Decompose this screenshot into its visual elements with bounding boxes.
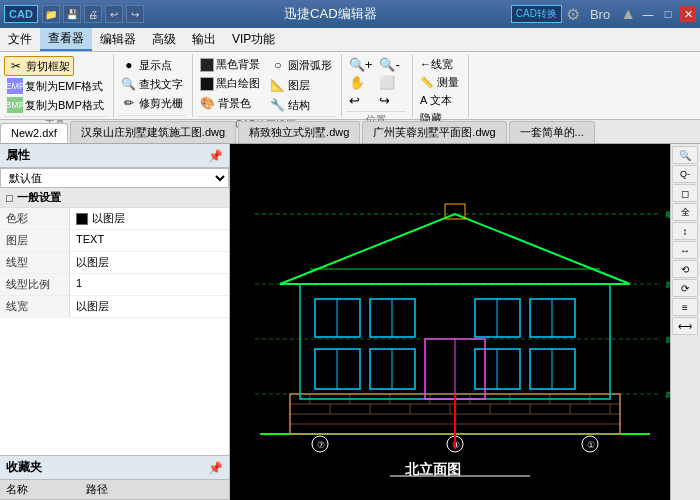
undo-icon[interactable]: ↩: [105, 5, 123, 23]
save-icon[interactable]: 💾: [63, 5, 81, 23]
smooth-arc-button[interactable]: ○ 圆滑弧形: [267, 56, 335, 74]
menu-advanced[interactable]: 高级: [144, 28, 184, 51]
copy-emf-button[interactable]: EMF 复制为EMF格式: [4, 77, 106, 95]
fav-table-header: 名称 路径: [0, 480, 229, 500]
vert-toolbar: 🔍 Q- ◻ 全 ↕ ↔ ⟲ ⟳ ≡ ⟷: [670, 144, 700, 500]
properties-title: 属性: [6, 147, 30, 164]
pan-h-button[interactable]: ↔: [672, 241, 698, 259]
bg-color-button[interactable]: 🎨 背景色: [197, 94, 263, 112]
drawing-area: 屋脊标高（相对） 参考线标高（相对） 参考线标高（相对） 参考线标高（相对） ⑦…: [230, 144, 700, 500]
property-dropdown[interactable]: 默认值: [0, 168, 229, 188]
zoom-in-tb-button[interactable]: 🔍+: [346, 56, 376, 73]
view-group-label: [118, 115, 186, 117]
properties-pin[interactable]: 📌: [208, 149, 223, 163]
grid-button[interactable]: ≡: [672, 298, 698, 316]
building-drawing: 屋脊标高（相对） 参考线标高（相对） 参考线标高（相对） 参考线标高（相对） ⑦…: [250, 154, 670, 484]
color-swatch: [76, 213, 88, 225]
trim-icon: ✏: [121, 95, 137, 111]
prop-linetype: 线型 以图层: [0, 252, 229, 274]
prop-layer: 图层 TEXT: [0, 230, 229, 252]
open-file-icon[interactable]: 📁: [42, 5, 60, 23]
zoom-in-button[interactable]: 🔍: [672, 146, 698, 164]
zoom-window-button[interactable]: ◻: [672, 184, 698, 202]
pan-v-button[interactable]: ↕: [672, 222, 698, 240]
zoom-out-tb-button[interactable]: 🔍-: [376, 56, 406, 73]
property-section: □ 一般设置 色彩 以图层 图层 TEXT 线型 以图层 线型比例 1: [0, 188, 229, 455]
tab-yitao[interactable]: 一套简单的...: [509, 121, 595, 143]
fav-title: 收藏夹: [6, 459, 42, 476]
black-bg-icon: [200, 58, 214, 72]
toolbar-group-browse: ←线宽 📏 测量 A 文本 隐藏 浏览: [415, 54, 469, 117]
find-text-button[interactable]: 🔍 查找文字: [118, 75, 186, 93]
black-bg-button[interactable]: 黑色背景: [197, 56, 263, 73]
fav-pin[interactable]: 📌: [208, 461, 223, 475]
menu-file[interactable]: 文件: [0, 28, 40, 51]
zoom-all-button[interactable]: 全: [672, 203, 698, 221]
toolbar-area: ✂ 剪切框架 EMF 复制为EMF格式 BMP 复制为BMP格式 工具: [0, 52, 700, 120]
cut-icon: ✂: [8, 58, 24, 74]
rotate-ccw-button[interactable]: ⟲: [672, 260, 698, 278]
layer-button[interactable]: 📐 图层: [267, 76, 335, 94]
prop-linetype-label: 线型: [0, 252, 70, 273]
pan-button[interactable]: ✋: [346, 74, 376, 91]
svg-text:①: ①: [587, 440, 595, 450]
prop-group-header[interactable]: □ 一般设置: [0, 188, 229, 208]
toolbar-group-cad: 黑色背景 黑白绘图 🎨 背景色 ○ 圆滑弧形 📐 图层: [195, 54, 342, 117]
toolbar-group-view: ● 显示点 🔍 查找文字 ✏ 修剪光栅: [116, 54, 193, 117]
minimize-button[interactable]: —: [640, 6, 656, 22]
tab-guangzhou[interactable]: 广州芙蓉别墅平面图.dwg: [362, 121, 506, 143]
left-panel: 属性 📌 默认值 □ 一般设置 色彩 以图层 图层 TEXT: [0, 144, 230, 500]
fav-header: 收藏夹 📌: [0, 456, 229, 480]
emf-icon: EMF: [7, 78, 23, 94]
redo-icon[interactable]: ↪: [126, 5, 144, 23]
prop-ltscale: 线型比例 1: [0, 274, 229, 296]
menu-editor[interactable]: 编辑器: [92, 28, 144, 51]
prop-linetype-value: 以图层: [70, 252, 229, 273]
toolbar-group-position: 🔍+ 🔍- ✋ ⬜ ↩ ↪ 位置: [344, 54, 413, 117]
tab-new2[interactable]: New2.dxf: [0, 123, 68, 143]
close-button[interactable]: ✕: [680, 6, 696, 22]
cad-convert-badge[interactable]: CAD转换: [511, 5, 562, 23]
bw-draw-button[interactable]: 黑白绘图: [197, 75, 263, 92]
favorites-section: 收藏夹 📌 名称 路径: [0, 455, 229, 500]
collapse-icon: □: [6, 192, 13, 204]
zoom-out-button[interactable]: Q-: [672, 165, 698, 183]
properties-panel-header: 属性 📌: [0, 144, 229, 168]
rotate-cw-button[interactable]: ⟳: [672, 279, 698, 297]
prop-group-label: 一般设置: [17, 190, 61, 205]
menu-bar: 文件 查看器 编辑器 高级 输出 VIP功能: [0, 28, 700, 52]
fav-col-name: 名称: [0, 480, 80, 499]
measure-button[interactable]: 📏 测量: [417, 74, 462, 91]
bro-label: Bro: [584, 7, 616, 22]
line-width-button[interactable]: ←线宽: [417, 56, 462, 73]
maximize-button[interactable]: □: [660, 6, 676, 22]
search-text-icon: 🔍: [121, 76, 137, 92]
text-button[interactable]: A 文本: [417, 92, 462, 109]
copy-bmp-button[interactable]: BMP 复制为BMP格式: [4, 96, 107, 114]
menu-vip[interactable]: VIP功能: [224, 28, 283, 51]
tab-hq[interactable]: 汉泉山庄别墅建筑施工图.dwg: [70, 121, 236, 143]
bw-icon: [200, 77, 214, 91]
toolbar-group-tools: ✂ 剪切框架 EMF 复制为EMF格式 BMP 复制为BMP格式 工具: [2, 54, 114, 117]
show-points-button[interactable]: ● 显示点: [118, 56, 175, 74]
menu-output[interactable]: 输出: [184, 28, 224, 51]
prop-layer-value: TEXT: [70, 230, 229, 251]
menu-viewer[interactable]: 查看器: [40, 28, 92, 51]
fit-button[interactable]: ⬜: [376, 74, 406, 91]
print-icon[interactable]: 🖨: [84, 5, 102, 23]
svg-text:北立面图: 北立面图: [404, 461, 461, 477]
cut-frame-button[interactable]: ✂ 剪切框架: [4, 56, 74, 76]
content-area: 属性 📌 默认值 □ 一般设置 色彩 以图层 图层 TEXT: [0, 144, 700, 500]
prop-ltscale-label: 线型比例: [0, 274, 70, 295]
title-bar-icons: 📁 💾 🖨 ↩ ↪: [42, 5, 144, 23]
next-view-button[interactable]: ↪: [376, 92, 406, 109]
trim-raster-button[interactable]: ✏ 修剪光栅: [118, 94, 186, 112]
title-bar-right: CAD转换 ⚙ Bro ▲ — □ ✕: [511, 5, 696, 24]
structure-button[interactable]: 🔧 结构: [267, 96, 335, 114]
tab-jingzhi[interactable]: 精致独立式别墅.dwg: [238, 121, 360, 143]
prop-linewidth: 线宽 以图层: [0, 296, 229, 318]
bg-color-icon: 🎨: [200, 95, 216, 111]
prev-view-button[interactable]: ↩: [346, 92, 376, 109]
mirror-button[interactable]: ⟷: [672, 317, 698, 335]
tab-bar: New2.dxf 汉泉山庄别墅建筑施工图.dwg 精致独立式别墅.dwg 广州芙…: [0, 120, 700, 144]
